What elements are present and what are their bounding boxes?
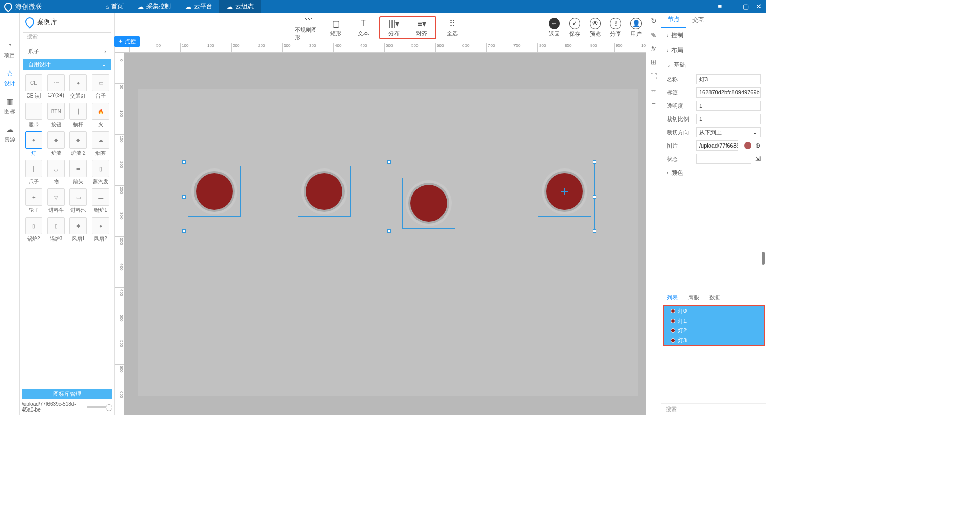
color-swatch[interactable]: [744, 142, 751, 149]
rail-resource[interactable]: ☁资源: [4, 125, 15, 143]
nav-platform[interactable]: ☁ 云平台: [178, 0, 219, 13]
tool-align[interactable]: ≡▾对齐: [408, 18, 435, 37]
section-layout[interactable]: ›布局: [662, 43, 766, 58]
component-label: 锅炉2: [27, 235, 40, 243]
irregular-icon: 〰: [304, 15, 312, 25]
component-item[interactable]: ●风扇2: [90, 216, 111, 244]
component-item[interactable]: ▯锅炉3: [45, 216, 67, 244]
component-item[interactable]: ✱风扇1: [68, 216, 89, 244]
component-item[interactable]: —履带: [23, 102, 44, 129]
component-item[interactable]: BTN按钮: [45, 102, 67, 129]
zoom-slider[interactable]: [87, 406, 112, 408]
rail-design[interactable]: ☆设计: [4, 68, 15, 87]
component-item[interactable]: ▯锅炉2: [23, 216, 44, 244]
component-icon: ▬: [92, 188, 109, 206]
chevron-right-icon: ›: [667, 33, 668, 38]
rail-project[interactable]: ▫项目: [4, 41, 15, 59]
maximize-icon[interactable]: ▢: [743, 3, 749, 10]
component-item[interactable]: ☁烟雾: [90, 130, 111, 158]
component-item[interactable]: ▬锅炉1: [90, 187, 111, 215]
mini-scrollbar[interactable]: [762, 252, 765, 265]
tr-返回[interactable]: ←返回: [549, 18, 560, 38]
tool-distribute[interactable]: |||▾分布: [380, 18, 408, 37]
section-color[interactable]: ›颜色: [662, 165, 766, 180]
prop-name-input[interactable]: 灯3: [696, 74, 761, 84]
list-icon[interactable]: ≡: [651, 101, 655, 109]
nav-config[interactable]: ☁ 云组态: [219, 0, 261, 13]
canvas[interactable]: 0501001502002503003504004505005506006507…: [115, 43, 646, 415]
app-name: 海创微联: [15, 2, 42, 11]
component-item[interactable]: ➡箭头: [68, 159, 89, 186]
component-item[interactable]: ●交通灯: [68, 73, 89, 101]
close-icon[interactable]: ✕: [756, 3, 762, 10]
layer-item[interactable]: 灯2: [664, 326, 764, 335]
prop-state-input[interactable]: [696, 154, 751, 164]
accordion-custom[interactable]: 自用设计⌄: [23, 59, 111, 70]
component-item[interactable]: 〰GY(34): [45, 73, 67, 101]
component-label: 爪子: [29, 178, 39, 185]
tool-text[interactable]: T文本: [350, 18, 377, 37]
expand-icon[interactable]: ⛶: [650, 72, 657, 80]
library-search[interactable]: 搜索: [23, 32, 111, 43]
rail-icon[interactable]: ▥图标: [4, 96, 15, 115]
grid-icon[interactable]: ⊞: [651, 58, 657, 66]
component-item[interactable]: ◆炉渣: [45, 130, 67, 158]
menu-icon[interactable]: ≡: [718, 3, 722, 10]
tab-data[interactable]: 数据: [704, 291, 726, 304]
prop-image-input[interactable]: /upload/77f6639c-518: [696, 140, 738, 151]
fx-icon[interactable]: fx: [651, 45, 656, 52]
nav-collect[interactable]: ☁ 采集控制: [131, 0, 178, 13]
window-controls: ≡ — ▢ ✕: [718, 3, 762, 10]
layer-item[interactable]: 灯3: [664, 335, 764, 345]
component-item[interactable]: ▯蒸汽发: [90, 159, 111, 186]
component-item[interactable]: ▭进料池: [68, 187, 89, 215]
icon-lib-manage-button[interactable]: 图标库管理: [22, 389, 112, 399]
tool-irregular[interactable]: 〰不规则图形: [295, 15, 322, 41]
component-item[interactable]: ✦轮子: [23, 187, 44, 215]
pen-icon[interactable]: ✎: [651, 31, 657, 39]
component-item[interactable]: 🔥火: [90, 102, 111, 129]
component-item[interactable]: ●灯: [23, 130, 44, 158]
tab-eagle[interactable]: 鹰眼: [683, 291, 704, 304]
chevron-right-icon: ›: [667, 170, 668, 176]
component-item[interactable]: CECE 认i: [23, 73, 44, 101]
component-icon: ▭: [69, 188, 87, 206]
bottom-search[interactable]: 搜索: [662, 403, 766, 415]
accordion-claw[interactable]: 爪子›: [23, 45, 111, 57]
center-area: 〰不规则图形 ▢矩形 T文本 |||▾分布 ≡▾对齐 ⠿全选 ←返回✓保存👁预览…: [115, 13, 646, 415]
prop-cropratio-input[interactable]: 1: [696, 114, 761, 124]
minimize-icon[interactable]: —: [729, 3, 736, 10]
width-icon[interactable]: ↔: [650, 86, 657, 94]
section-basic[interactable]: ⌄基础: [662, 58, 766, 73]
prop-tag-input[interactable]: 162870d2bfc80949769b6f88c4: [696, 87, 761, 98]
prop-cropdir-select[interactable]: 从下到上⌄: [696, 127, 761, 137]
component-item[interactable]: │爪子: [23, 159, 44, 186]
component-label: 进料斗: [48, 207, 64, 214]
layer-item[interactable]: 灯1: [664, 316, 764, 326]
tr-用户[interactable]: 👤用户: [630, 18, 642, 38]
tr-分享[interactable]: ⇪分享: [610, 18, 621, 38]
component-item[interactable]: ▭台子: [90, 73, 111, 101]
link-icon[interactable]: ⇲: [755, 155, 761, 162]
section-control[interactable]: ›控制: [662, 28, 766, 43]
tab-node[interactable]: 节点: [662, 13, 686, 28]
layer-item[interactable]: 灯0: [664, 306, 764, 316]
component-item[interactable]: ◆炉渣 2: [68, 130, 89, 158]
tr-保存[interactable]: ✓保存: [569, 18, 580, 38]
tool-selectall[interactable]: ⠿全选: [438, 18, 466, 37]
tr-预览[interactable]: 👁预览: [590, 18, 601, 38]
prop-opacity-input[interactable]: 1: [696, 101, 761, 111]
tab-list[interactable]: 列表: [662, 291, 683, 304]
component-item[interactable]: ▽进料斗: [45, 187, 67, 215]
ruler-vertical: 0501001502002503003504004505005506006507…: [115, 53, 124, 415]
target-icon[interactable]: ⊕: [755, 142, 761, 149]
component-item[interactable]: ◡物: [45, 159, 67, 186]
component-label: 物: [54, 178, 59, 185]
component-item[interactable]: ┃横杆: [68, 102, 89, 129]
refresh-icon[interactable]: ↻: [651, 17, 657, 25]
artboard[interactable]: [138, 89, 638, 396]
tool-rect[interactable]: ▢矩形: [322, 18, 350, 37]
nav-home[interactable]: ⌂ 首页: [98, 0, 131, 13]
tab-interact[interactable]: 交互: [686, 13, 710, 28]
point-control-tag[interactable]: ✦ 点控: [114, 36, 140, 47]
